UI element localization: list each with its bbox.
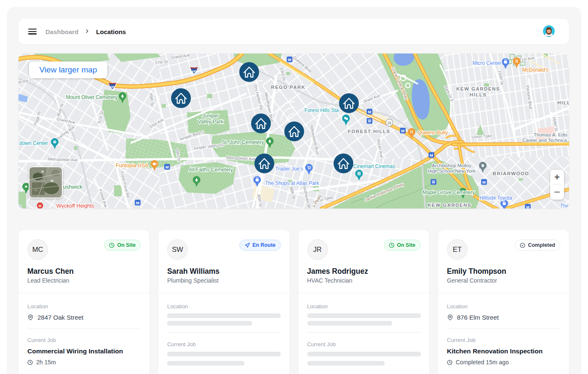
svg-text:Trader Joe's: Trader Joe's bbox=[275, 166, 303, 172]
svg-text:Wyckoff Heights: Wyckoff Heights bbox=[56, 203, 94, 208]
svg-text:Micro Center: Micro Center bbox=[473, 60, 502, 66]
svg-text:M: M bbox=[430, 153, 433, 158]
svg-text:down Center: down Center bbox=[19, 140, 48, 146]
svg-text:All Faiths Cemetery: All Faiths Cemetery bbox=[189, 167, 233, 173]
svg-text:M: M bbox=[482, 180, 486, 184]
svg-text:Thomas A. Edis: Thomas A. Edis bbox=[534, 132, 568, 137]
svg-text:HILL: HILL bbox=[557, 100, 569, 105]
svg-text:Mount Olivet Cemetery: Mount Olivet Cemetery bbox=[66, 94, 118, 100]
svg-text:M: M bbox=[288, 57, 291, 62]
svg-text:e: e bbox=[19, 204, 21, 208]
svg-text:Forest Hills Sta: Forest Hills Sta bbox=[304, 107, 339, 113]
svg-text:25: 25 bbox=[387, 121, 391, 125]
svg-text:HILLS: HILLS bbox=[470, 92, 487, 97]
svg-text:M: M bbox=[165, 165, 169, 169]
svg-text:Maple Grove Cemetery: Maple Grove Cemetery bbox=[423, 190, 475, 195]
svg-text:Funtopia USA: Funtopia USA bbox=[116, 163, 149, 168]
svg-text:495: 495 bbox=[110, 85, 115, 88]
svg-text:Cinemart Cinemas: Cinemart Cinemas bbox=[353, 163, 395, 169]
svg-text:ushwick: ushwick bbox=[63, 184, 83, 190]
svg-text:Archbishop Molloy: Archbishop Molloy bbox=[432, 163, 471, 168]
svg-text:The Shops at Atlas Park: The Shops at Atlas Park bbox=[265, 180, 320, 186]
svg-text:High School New York: High School New York bbox=[428, 168, 476, 174]
svg-text:BRIARWOOD: BRIARWOOD bbox=[493, 171, 529, 176]
svg-text:FOREST HILLS: FOREST HILLS bbox=[348, 129, 390, 134]
svg-text:Queens Bully: Queens Bully bbox=[418, 130, 447, 136]
svg-text:M: M bbox=[136, 200, 139, 205]
svg-text:McDonald's: McDonald's bbox=[522, 67, 548, 73]
svg-text:495: 495 bbox=[192, 70, 197, 73]
svg-text:M: M bbox=[368, 110, 371, 114]
svg-text:REGO PARK: REGO PARK bbox=[271, 85, 306, 90]
svg-text:M: M bbox=[526, 205, 529, 208]
svg-text:KEW GARDENS: KEW GARDENS bbox=[428, 203, 471, 208]
svg-text:The: The bbox=[560, 203, 569, 208]
svg-text:KEW GARDENS: KEW GARDENS bbox=[456, 86, 500, 91]
svg-text:H: H bbox=[39, 204, 42, 208]
svg-text:St. John Cemetery: St. John Cemetery bbox=[222, 139, 263, 145]
svg-text:Career and Technica: Career and Technica bbox=[522, 138, 567, 143]
svg-text:M: M bbox=[401, 128, 404, 133]
svg-text:Hillside Toyota: Hillside Toyota bbox=[479, 195, 512, 201]
svg-text:Valley Park: Valley Park bbox=[198, 119, 223, 125]
svg-text:Juniper: Juniper bbox=[202, 113, 218, 119]
